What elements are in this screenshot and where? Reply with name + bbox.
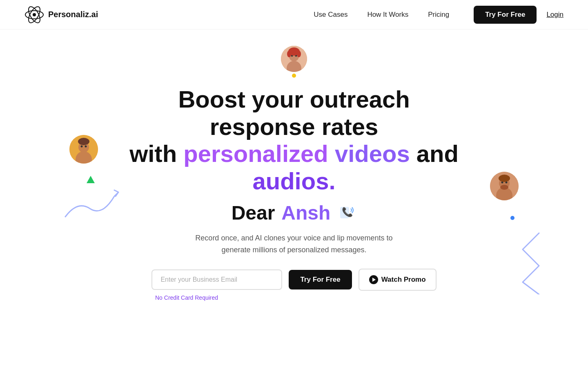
- svg-point-19: [78, 138, 89, 145]
- hero-subtitle: Record once, and AI clones your voice an…: [184, 232, 404, 256]
- dear-label: Dear: [232, 202, 275, 224]
- avatar-right-image: [490, 172, 519, 200]
- watch-promo-label: Watch Promo: [381, 276, 426, 284]
- avatar-right: [490, 172, 519, 200]
- login-button[interactable]: Login: [546, 11, 564, 19]
- hero-section: Boost your outreach response rates with …: [0, 29, 588, 301]
- avatar-top-image: [281, 46, 307, 72]
- avatar-top: [281, 46, 307, 72]
- svg-point-25: [500, 185, 508, 190]
- wavy-arrow-svg: [61, 176, 127, 225]
- avatar-left-image: [69, 135, 98, 164]
- dot-yellow: [292, 74, 296, 78]
- cta-row: Try For Free Watch Promo: [151, 269, 436, 291]
- nav-right: Try For Free Login: [474, 6, 564, 24]
- no-credit-label: No Credit Card Required: [155, 294, 218, 301]
- logo[interactable]: Personaliz.ai: [24, 5, 98, 25]
- play-icon: [369, 275, 378, 284]
- wavy-arrow-left: [61, 176, 127, 227]
- svg-point-17: [81, 146, 83, 148]
- try-for-free-hero-button[interactable]: Try For Free: [289, 270, 352, 289]
- email-input[interactable]: [151, 269, 282, 290]
- hero-heading: Boost your outreach response rates with …: [127, 86, 461, 195]
- phone-icon-area: 📞: [337, 203, 356, 222]
- navbar: Personaliz.ai Use Cases How It Works Pri…: [0, 0, 588, 29]
- dear-name: Ansh: [281, 202, 330, 224]
- play-triangle: [372, 278, 376, 282]
- svg-text:📞: 📞: [342, 206, 353, 218]
- zigzag-right: [514, 229, 547, 296]
- nav-pricing[interactable]: Pricing: [428, 11, 449, 19]
- svg-point-18: [85, 146, 87, 148]
- logo-text: Personaliz.ai: [48, 10, 98, 19]
- nav-links: Use Cases How It Works Pricing: [314, 11, 449, 19]
- svg-point-10: [287, 51, 291, 57]
- logo-icon: [24, 5, 44, 25]
- svg-point-11: [297, 51, 301, 57]
- nav-use-cases[interactable]: Use Cases: [314, 11, 347, 19]
- svg-point-26: [499, 175, 510, 182]
- zigzag-svg: [514, 229, 547, 294]
- watch-promo-button[interactable]: Watch Promo: [359, 269, 437, 291]
- svg-point-3: [33, 13, 36, 16]
- avatar-left: [69, 135, 98, 164]
- phone-wave-icon: 📞: [337, 203, 356, 222]
- dear-line: Dear Ansh 📞: [232, 202, 357, 224]
- dot-blue-right: [510, 216, 514, 220]
- try-for-free-nav-button[interactable]: Try For Free: [474, 6, 537, 24]
- nav-how-it-works[interactable]: How It Works: [367, 11, 408, 19]
